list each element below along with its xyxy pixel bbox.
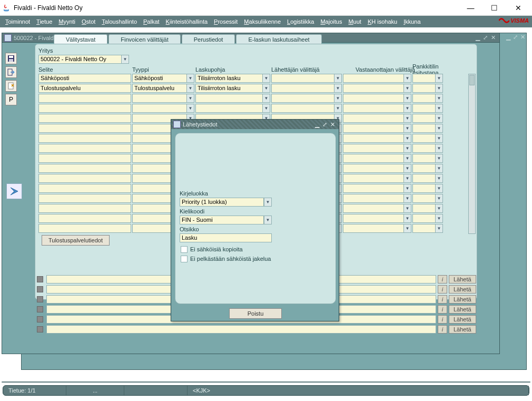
tyyppi-cell[interactable] (132, 94, 187, 103)
lahettajan-cell-dropdown-icon[interactable]: ▼ (334, 74, 342, 83)
tyyppi-cell[interactable]: Sähköposti (132, 74, 187, 83)
row-checkbox[interactable] (37, 306, 43, 312)
ei-pelkastaan-checkbox[interactable] (181, 256, 188, 262)
otsikko-field[interactable]: Lasku (180, 233, 272, 242)
vastaanottajan-cell[interactable] (343, 134, 404, 143)
menu-tietue[interactable]: Tietue (33, 17, 55, 26)
row-checkbox[interactable] (37, 276, 43, 282)
tab-perustiedot[interactable]: Perustiedot (182, 34, 235, 44)
vastaanottajan-cell[interactable] (343, 224, 404, 233)
grid-scrollbar[interactable] (468, 74, 476, 234)
pankkitilin-cell[interactable] (412, 214, 436, 223)
vastaanottajan-cell[interactable] (343, 204, 404, 213)
tyyppi-cell[interactable]: Tulostuspalvelu (132, 84, 187, 93)
vastaanottajan-cell[interactable] (343, 164, 404, 173)
lahettajan-cell-dropdown-icon[interactable]: ▼ (334, 84, 342, 93)
laheta-button[interactable]: Lähetä (449, 325, 476, 334)
selite-cell[interactable] (38, 134, 131, 143)
menu-toiminnot[interactable]: Toiminnot (2, 17, 33, 26)
selite-cell[interactable] (38, 184, 131, 193)
back-doc-min-icon[interactable]: ▁ (506, 34, 510, 40)
tyyppi-cell[interactable] (132, 104, 187, 113)
pankkitilin-cell-dropdown-icon[interactable]: ▼ (435, 194, 443, 203)
vastaanottajan-cell-dropdown-icon[interactable]: ▼ (403, 214, 411, 223)
pankkitilin-cell[interactable] (412, 194, 436, 203)
tab-valitystavat[interactable]: Välitystavat (54, 34, 107, 44)
menu-myynti[interactable]: Myynti (55, 17, 78, 26)
tyyppi-cell-dropdown-icon[interactable]: ▼ (186, 94, 194, 103)
pankkitilin-cell-dropdown-icon[interactable]: ▼ (435, 124, 443, 133)
row-checkbox[interactable] (37, 326, 43, 332)
ei-sahkoisia-checkbox[interactable] (181, 246, 188, 253)
vastaanottajan-cell[interactable] (343, 194, 404, 203)
pankkitilin-cell[interactable] (412, 224, 436, 233)
info-button[interactable]: i (438, 275, 447, 283)
pankkitilin-cell-dropdown-icon[interactable]: ▼ (435, 164, 443, 173)
tab-finvoicen[interactable]: Finvoicen välittäjät (109, 34, 181, 44)
laskupohja-cell[interactable] (195, 104, 263, 113)
vastaanottajan-cell[interactable] (343, 214, 404, 223)
pankkitilin-cell-dropdown-icon[interactable]: ▼ (435, 214, 443, 223)
laheta-button[interactable]: Lähetä (449, 275, 476, 283)
scrollbar-handle[interactable] (469, 75, 475, 85)
yritys-field[interactable]: 500022 - Fivaldi Netto Oy (38, 55, 122, 64)
pankkitilin-cell-dropdown-icon[interactable]: ▼ (435, 204, 443, 213)
selite-cell[interactable] (38, 104, 131, 113)
triangle-icon[interactable] (6, 183, 22, 199)
doc-max-icon[interactable]: ⤢ (481, 34, 489, 41)
pankkitilin-cell-dropdown-icon[interactable]: ▼ (435, 114, 443, 123)
pankkitilin-cell[interactable] (412, 124, 436, 133)
pankkitilin-cell-dropdown-icon[interactable]: ▼ (435, 84, 443, 93)
vastaanottajan-cell-dropdown-icon[interactable]: ▼ (403, 164, 411, 173)
menu-prosessit[interactable]: Prosessit (211, 17, 241, 26)
vastaanottajan-cell[interactable] (343, 154, 404, 163)
vastaanottajan-cell-dropdown-icon[interactable]: ▼ (403, 134, 411, 143)
menu-majoitus[interactable]: Majoitus (317, 17, 345, 26)
pankkitilin-cell[interactable] (412, 204, 436, 213)
lahettajan-cell[interactable] (271, 74, 334, 83)
lahettajan-cell[interactable] (271, 84, 334, 93)
vastaanottajan-cell-dropdown-icon[interactable]: ▼ (403, 194, 411, 203)
laskupohja-cell-dropdown-icon[interactable]: ▼ (262, 94, 270, 103)
vastaanottajan-cell-dropdown-icon[interactable]: ▼ (403, 104, 411, 113)
vastaanottajan-cell[interactable] (343, 114, 404, 123)
maximize-button[interactable]: ☐ (482, 1, 506, 15)
doc-close-icon[interactable]: ✕ (489, 34, 497, 41)
pankkitilin-cell[interactable] (412, 104, 436, 113)
laskupohja-cell-dropdown-icon[interactable]: ▼ (262, 74, 270, 83)
info-button[interactable]: i (438, 285, 447, 294)
selite-cell[interactable] (38, 114, 131, 123)
info-button[interactable]: i (438, 305, 447, 314)
selite-cell[interactable] (38, 144, 131, 153)
laskupohja-cell-dropdown-icon[interactable]: ▼ (262, 104, 270, 113)
selite-cell[interactable] (38, 224, 131, 233)
pankkitilin-cell[interactable] (412, 184, 436, 193)
close-button[interactable]: ✕ (506, 1, 530, 15)
selite-cell[interactable] (38, 124, 131, 133)
pankkitilin-cell-dropdown-icon[interactable]: ▼ (435, 134, 443, 143)
doc-min-icon[interactable]: ▁ (474, 34, 481, 41)
new-icon[interactable] (5, 80, 17, 92)
selite-cell[interactable]: Tulostuspalvelu (38, 84, 131, 93)
pankkitilin-cell-dropdown-icon[interactable]: ▼ (435, 154, 443, 163)
menu-taloushallinto[interactable]: Taloushallinto (98, 17, 140, 26)
selite-cell[interactable] (38, 94, 131, 103)
vastaanottajan-cell[interactable] (343, 84, 404, 93)
menu-ikkuna[interactable]: Ikkuna (400, 17, 423, 26)
menu-maksuliikenne[interactable]: Maksuliikenne (241, 17, 284, 26)
minimize-button[interactable]: — (459, 1, 482, 15)
row-checkbox[interactable] (37, 296, 43, 302)
vastaanottajan-cell-dropdown-icon[interactable]: ▼ (403, 124, 411, 133)
yritys-dropdown-icon[interactable]: ▼ (121, 55, 129, 64)
pankkitilin-cell[interactable] (412, 84, 436, 93)
p-button[interactable]: P (5, 94, 17, 105)
tyyppi-cell-dropdown-icon[interactable]: ▼ (186, 74, 194, 83)
selite-cell[interactable] (38, 194, 131, 203)
pankkitilin-cell[interactable] (412, 164, 436, 173)
selite-cell[interactable] (38, 204, 131, 213)
menu-kiinteistohallinta[interactable]: Kiinteistöhallinta (163, 17, 211, 26)
pankkitilin-cell-dropdown-icon[interactable]: ▼ (435, 144, 443, 153)
vastaanottajan-cell-dropdown-icon[interactable]: ▼ (403, 184, 411, 193)
dialog-close-icon[interactable]: ✕ (329, 121, 337, 128)
laskupohja-cell[interactable]: Tilisiirroton lasku (195, 74, 263, 83)
